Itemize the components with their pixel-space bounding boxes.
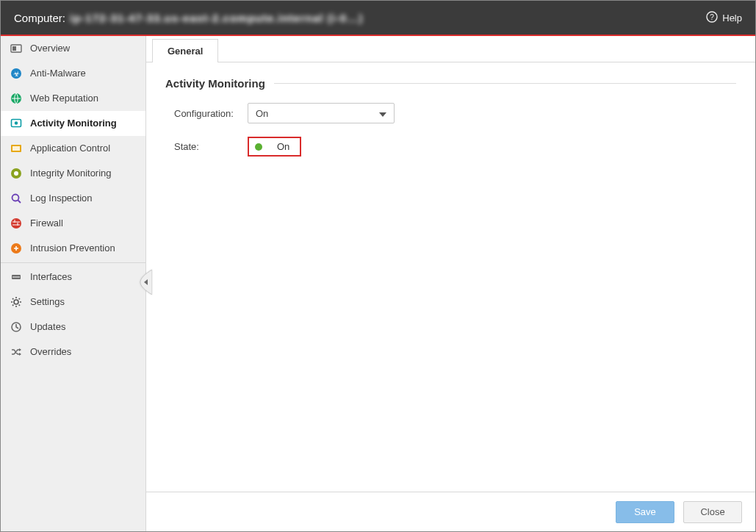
- sidebar-item-activity-monitoring[interactable]: Activity Monitoring: [1, 111, 145, 136]
- help-icon: ?: [706, 11, 722, 25]
- state-dot-icon: [255, 143, 262, 151]
- save-button-label: Save: [634, 506, 656, 517]
- monitor-icon: [10, 117, 23, 130]
- sidebar-item-label: Anti-Malware: [30, 68, 86, 79]
- firewall-icon: [10, 217, 23, 230]
- sidebar-item-label: Log Inspection: [30, 193, 93, 204]
- svg-text:?: ?: [710, 13, 714, 21]
- updates-icon: [10, 320, 23, 334]
- sidebar-item-intrusion-prevention[interactable]: Intrusion Prevention: [1, 236, 145, 261]
- biohazard-icon: ☣: [10, 67, 23, 80]
- computer-editor-window: Computer: ip-172-31-47-33.us-east-2.comp…: [0, 0, 756, 532]
- sidebar-item-updates[interactable]: Updates: [1, 314, 145, 339]
- footer: Save Close: [146, 492, 755, 531]
- state-row: State: On: [174, 137, 736, 157]
- sidebar-item-integrity-monitoring[interactable]: Integrity Monitoring: [1, 161, 145, 186]
- svg-line-14: [18, 200, 21, 203]
- sidebar-item-label: Overrides: [30, 346, 71, 357]
- tab-general[interactable]: General: [152, 39, 218, 62]
- section-title-text: Activity Monitoring: [165, 77, 265, 90]
- main-panel: General Activity Monitoring Configuratio…: [146, 36, 755, 531]
- sidebar-collapse-handle[interactable]: [139, 270, 152, 295]
- section-title: Activity Monitoring: [165, 77, 736, 90]
- sidebar-item-label: Intrusion Prevention: [30, 242, 115, 254]
- content-area: Activity Monitoring Configuration: On St…: [146, 62, 755, 492]
- chevron-down-icon: [379, 108, 386, 119]
- sidebar-separator: [1, 262, 145, 263]
- svg-point-15: [11, 218, 21, 229]
- help-label: Help: [722, 12, 742, 24]
- titlebar: Computer: ip-172-31-47-33.us-east-2.comp…: [1, 1, 755, 36]
- configuration-label: Configuration:: [174, 108, 248, 119]
- sidebar-item-label: Application Control: [30, 143, 110, 154]
- sidebar-item-log-inspection[interactable]: Log Inspection: [1, 186, 145, 211]
- app-icon: [10, 142, 23, 155]
- close-button-label: Close: [700, 506, 724, 517]
- sidebar: Overview ☣ Anti-Malware Web Reputation A…: [1, 36, 146, 531]
- titlebar-computer-name: ip-172-31-47-33.us-east-2.compute.intern…: [70, 12, 363, 24]
- sidebar-item-label: Interfaces: [30, 271, 72, 282]
- configuration-row: Configuration: On: [174, 103, 736, 123]
- section-rule: [274, 83, 736, 84]
- gear-icon: [10, 295, 23, 309]
- svg-point-13: [12, 194, 19, 201]
- save-button[interactable]: Save: [616, 501, 674, 523]
- tabbar: General: [146, 36, 755, 62]
- integrity-icon: [10, 167, 23, 180]
- sidebar-item-label: Integrity Monitoring: [30, 168, 112, 179]
- state-indicator: On: [248, 137, 301, 157]
- svg-point-18: [14, 300, 18, 304]
- sidebar-item-settings[interactable]: Settings: [1, 290, 145, 314]
- configuration-value: On: [256, 108, 268, 119]
- globe-icon: [10, 92, 23, 105]
- state-label: State:: [174, 141, 248, 152]
- help-link[interactable]: ? Help: [706, 11, 742, 25]
- sidebar-item-label: Web Reputation: [30, 93, 98, 104]
- magnifier-icon: [10, 192, 23, 205]
- titlebar-label: Computer:: [14, 12, 65, 24]
- sidebar-item-label: Activity Monitoring: [30, 118, 117, 129]
- overview-icon: [10, 42, 23, 55]
- sidebar-item-firewall[interactable]: Firewall: [1, 211, 145, 236]
- svg-rect-10: [12, 146, 20, 151]
- svg-text:☣: ☣: [13, 70, 20, 78]
- sidebar-item-label: Overview: [30, 43, 70, 54]
- sidebar-item-application-control[interactable]: Application Control: [1, 136, 145, 161]
- interfaces-icon: [10, 270, 23, 284]
- sidebar-item-overview[interactable]: Overview: [1, 36, 145, 61]
- sidebar-item-label: Settings: [30, 296, 65, 307]
- sidebar-item-antimalware[interactable]: ☣ Anti-Malware: [1, 61, 145, 86]
- sidebar-item-label: Updates: [30, 321, 65, 332]
- svg-point-12: [14, 171, 18, 176]
- sidebar-item-interfaces[interactable]: Interfaces: [1, 265, 145, 290]
- ips-icon: [10, 242, 23, 255]
- svg-point-8: [15, 121, 18, 124]
- sidebar-item-overrides[interactable]: Overrides: [1, 339, 145, 364]
- svg-rect-3: [12, 46, 16, 51]
- tab-label: General: [168, 46, 203, 57]
- shuffle-icon: [10, 345, 23, 359]
- configuration-dropdown[interactable]: On: [248, 103, 395, 123]
- sidebar-item-webreputation[interactable]: Web Reputation: [1, 86, 145, 111]
- state-value: On: [277, 141, 289, 152]
- sidebar-item-label: Firewall: [30, 218, 63, 229]
- close-button[interactable]: Close: [683, 501, 742, 523]
